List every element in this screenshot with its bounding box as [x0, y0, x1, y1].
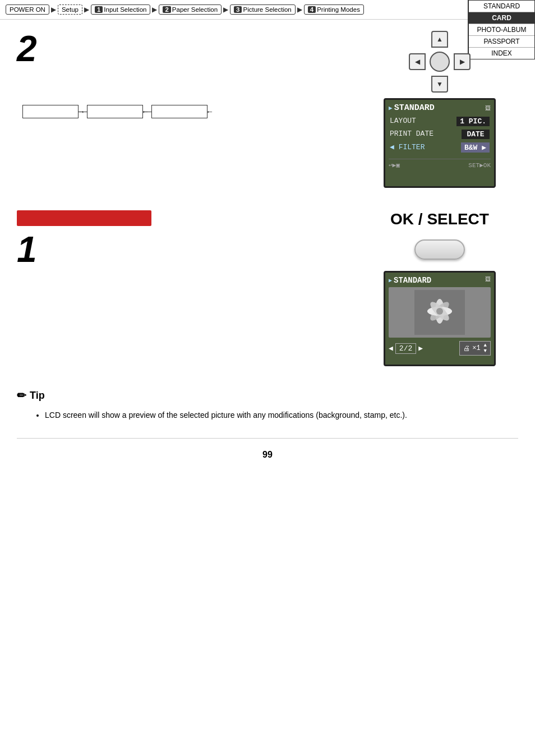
lcd1-title-row: STANDARD 🖼 — [389, 103, 491, 113]
slider-diagram: → ← ← — [17, 100, 213, 128]
nav-arrow-2: ▶ — [84, 6, 89, 13]
nav-arrow-4: ▶ — [223, 6, 228, 13]
lcd1-print-date-label: PRINT DATE — [390, 130, 433, 139]
dpad-left-button[interactable] — [409, 53, 426, 70]
nav-setup: Setup — [58, 4, 82, 15]
dpad-down-button[interactable] — [431, 76, 448, 93]
slider-right-arrow-1: → — [77, 107, 85, 116]
section-2-right: STANDARD 🖼 LAYOUT 1 PIC. PRINT DATE DATE… — [361, 31, 518, 188]
top-navigation: POWER ON ▶ Setup ▶ 1Input Selection ▶ 2P… — [0, 0, 535, 20]
lcd2-copies-icon: 🖨 — [463, 344, 470, 353]
menu-item-standard[interactable]: STANDARD — [469, 1, 534, 12]
lcd2-copies: 🖨 ×1 ▲ ▼ — [459, 341, 491, 356]
slider-left-arrow-2: ← — [206, 107, 214, 116]
lcd1-row-filter: ◀ FILTER B&W ▶ — [389, 141, 491, 154]
tip-title: ✏ Tip — [17, 389, 518, 402]
lcd2-header: STANDARD 🖼 — [389, 276, 491, 285]
page-number: 99 — [17, 438, 518, 471]
step-2-number: 2 — [17, 31, 344, 67]
pinwheel-image — [414, 290, 465, 335]
slider-box-1 — [22, 105, 79, 118]
lcd1-filter-label: ◀ FILTER — [390, 142, 425, 153]
dpad-up-button[interactable] — [431, 31, 448, 48]
dpad — [409, 31, 471, 93]
nav-arrow-5: ▶ — [297, 6, 302, 13]
ok-select-button[interactable] — [414, 239, 465, 260]
section-2-left: 2 → ← ← — [17, 31, 344, 188]
lcd1-layout-label: LAYOUT — [390, 117, 416, 126]
nav-steps: POWER ON ▶ Setup ▶ 1Input Selection ▶ 2P… — [6, 4, 364, 15]
nav-picture-selection: 3Picture Selection — [230, 4, 296, 15]
ok-select-label: OK / SELECT — [390, 210, 489, 228]
lcd1-title: STANDARD — [389, 103, 435, 113]
lcd2-icon: 🖼 — [485, 276, 491, 285]
lcd2-title: STANDARD — [389, 276, 431, 285]
tip-section: ✏ Tip LCD screen will show a preview of … — [17, 389, 518, 421]
section-1-right: OK / SELECT STANDARD 🖼 — [361, 210, 518, 366]
lcd2-image-area — [389, 287, 491, 338]
dpad-right-button[interactable] — [454, 53, 471, 70]
svg-point-9 — [436, 308, 443, 315]
lcd2-next-arrow[interactable] — [418, 344, 423, 353]
lcd2-counter: 2/2 — [389, 343, 423, 354]
tip-icon: ✏ — [17, 389, 26, 402]
main-content: 2 → ← ← — [0, 20, 535, 482]
dpad-container — [409, 31, 471, 93]
tip-label: Tip — [30, 390, 45, 402]
slider-left-arrow: ← — [141, 107, 149, 116]
tip-list: LCD screen will show a preview of the se… — [34, 409, 518, 421]
lcd-screen-1: STANDARD 🖼 LAYOUT 1 PIC. PRINT DATE DATE… — [384, 98, 496, 188]
section-1: 1 OK / SELECT STANDARD 🖼 — [17, 210, 518, 366]
lcd1-row-layout: LAYOUT 1 PIC. — [389, 115, 491, 128]
lcd1-print-date-value: DATE — [462, 130, 490, 139]
step-1-number: 1 — [17, 232, 344, 268]
lcd2-bottom-bar: 2/2 🖨 ×1 ▲ ▼ — [389, 341, 491, 356]
nav-power-on: POWER ON — [6, 4, 49, 15]
dpad-center — [430, 52, 450, 72]
lcd1-filter-value: B&W ▶ — [461, 142, 490, 153]
section-2: 2 → ← ← — [17, 31, 518, 188]
lcd2-prev-arrow[interactable] — [389, 344, 393, 353]
lcd1-bottom-right: SET▶OK — [468, 162, 491, 169]
lcd1-row-print-date: PRINT DATE DATE — [389, 128, 491, 141]
lcd1-layout-value: 1 PIC. — [456, 117, 490, 126]
lcd2-copies-arrows: ▲ ▼ — [484, 343, 487, 354]
slider-box-3 — [151, 105, 207, 118]
nav-arrow-3: ▶ — [152, 6, 157, 13]
lcd1-bottom-left: ↩▶▣ — [389, 162, 400, 169]
lcd1-bottom-bar: ↩▶▣ SET▶OK — [389, 159, 491, 169]
tip-content: LCD screen will show a preview of the se… — [34, 409, 518, 421]
red-bar — [17, 210, 151, 226]
lcd-screen-2: STANDARD 🖼 — [384, 271, 496, 366]
tip-bullet-1: LCD screen will show a preview of the se… — [45, 409, 518, 421]
lcd2-copies-label: ×1 — [472, 344, 480, 352]
section-1-left: 1 — [17, 210, 344, 268]
slider-box-2 — [87, 105, 143, 118]
lcd2-up-arrow[interactable]: ▲ — [484, 343, 487, 348]
nav-printing-modes: 4Printing Modes — [304, 4, 364, 15]
lcd2-fraction: 2/2 — [395, 343, 416, 354]
lcd2-down-arrow[interactable]: ▼ — [484, 348, 487, 354]
nav-arrow-1: ▶ — [51, 6, 56, 13]
nav-input-selection: 1Input Selection — [91, 4, 151, 15]
lcd1-icon: 🖼 — [485, 105, 491, 112]
nav-paper-selection: 2Paper Selection — [159, 4, 222, 15]
